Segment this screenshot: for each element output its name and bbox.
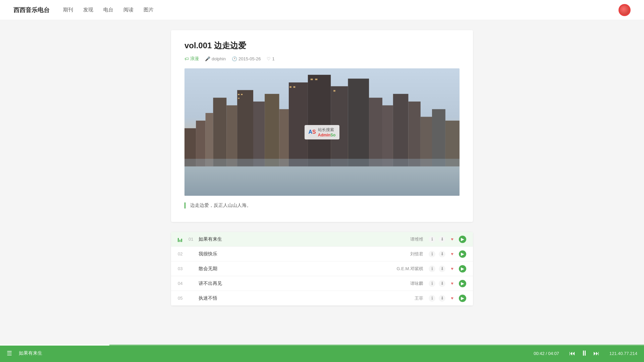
download-icon[interactable]: ⬇ [439, 236, 445, 243]
track-index: 01 [189, 237, 196, 242]
info-icon[interactable]: ℹ [429, 251, 435, 257]
tracklist: 01 如果有来生 谭维维 ℹ ⬇ ♥ ▶ 02 我很快乐 刘惜君 ℹ ⬇ ♥ ▶… [171, 232, 473, 306]
track-actions: ℹ ⬇ ♥ ▶ [429, 265, 466, 273]
play-icon[interactable]: ▶ [459, 236, 466, 243]
nav-links: 期刊 发现 电台 阅读 图片 [63, 7, 154, 13]
track-actions: ℹ ⬇ ♥ ▶ [429, 236, 466, 243]
track-number: 02 [178, 251, 189, 256]
info-icon[interactable]: ℹ [429, 295, 435, 302]
track-number: 03 [178, 266, 189, 271]
track-number: 05 [178, 296, 189, 301]
table-row[interactable]: 01 如果有来生 谭维维 ℹ ⬇ ♥ ▶ [171, 232, 473, 247]
svg-rect-18 [408, 102, 420, 167]
watermark: AS 站长搜索 AdminSo [305, 125, 340, 139]
tag-icon: 🏷 [184, 56, 189, 61]
svg-rect-9 [265, 94, 279, 166]
site-brand[interactable]: 西西音乐电台 [13, 6, 50, 14]
track-artist: 谭咏麟 [410, 281, 423, 287]
svg-rect-23 [241, 94, 243, 95]
track-title: 执迷不悟 [196, 295, 415, 301]
article-tag[interactable]: 🏷 浪漫 [184, 56, 199, 62]
watermark-as: AS [309, 129, 316, 135]
play-icon[interactable]: ▶ [459, 295, 466, 302]
svg-rect-22 [238, 94, 239, 95]
svg-rect-20 [432, 109, 445, 167]
track-title: 如果有来生 [196, 236, 410, 242]
play-icon[interactable]: ▶ [459, 250, 466, 258]
article-likes[interactable]: ♡ 1 [267, 56, 274, 61]
download-icon[interactable]: ⬇ [439, 251, 445, 257]
svg-rect-29 [333, 90, 335, 92]
svg-rect-8 [253, 102, 265, 167]
nav-item-discover[interactable]: 发现 [83, 7, 93, 12]
table-row[interactable]: 02 我很快乐 刘惜君 ℹ ⬇ ♥ ▶ [171, 247, 473, 261]
equalizer-icon [178, 237, 184, 242]
svg-rect-7 [237, 90, 253, 167]
track-number: 04 [178, 281, 189, 286]
like-icon: ♡ [267, 56, 271, 61]
download-icon[interactable]: ⬇ [439, 295, 445, 302]
download-icon[interactable]: ⬇ [439, 280, 445, 287]
svg-rect-5 [213, 98, 226, 167]
watermark-label: 站长搜索 AdminSo [318, 127, 336, 137]
track-actions: ℹ ⬇ ♥ ▶ [429, 295, 466, 302]
nav-item-journal[interactable]: 期刊 [63, 7, 73, 12]
svg-rect-14 [348, 79, 369, 167]
track-artist: G.E.M.邓紫棋 [397, 266, 423, 272]
nav-item-radio[interactable]: 电台 [103, 7, 113, 12]
svg-rect-15 [369, 98, 382, 167]
svg-rect-16 [382, 105, 393, 166]
info-icon[interactable]: ℹ [429, 280, 435, 287]
play-icon[interactable]: ▶ [459, 280, 466, 287]
svg-rect-6 [226, 105, 237, 166]
track-title: 散会无期 [196, 266, 397, 272]
like-icon[interactable]: ♥ [449, 265, 455, 272]
like-icon[interactable]: ♥ [449, 295, 455, 302]
svg-rect-24 [238, 98, 239, 99]
track-artist: 王菲 [415, 295, 423, 301]
svg-rect-26 [293, 86, 296, 88]
table-row[interactable]: 04 讲不出再见 谭咏麟 ℹ ⬇ ♥ ▶ [171, 276, 473, 291]
article-author: 🎤 dolphin [205, 56, 226, 61]
avatar-image [620, 5, 629, 15]
info-icon[interactable]: ℹ [429, 236, 435, 243]
track-artist: 谭维维 [410, 236, 423, 242]
track-title: 讲不出再见 [196, 281, 410, 287]
track-actions: ℹ ⬇ ♥ ▶ [429, 250, 466, 258]
svg-rect-12 [308, 75, 331, 166]
cover-image: AS 站长搜索 AdminSo [184, 68, 460, 196]
track-number [178, 237, 189, 242]
article-title: vol.001 边走边爱 [184, 40, 460, 51]
article-date: 🕐 2015-05-26 [232, 56, 261, 61]
article-container: vol.001 边走边爱 🏷 浪漫 🎤 dolphin 🕐 2015-05-26… [171, 30, 473, 222]
like-icon[interactable]: ♥ [449, 251, 455, 257]
svg-rect-17 [393, 94, 409, 166]
article-quote: 边走边爱，反正人山山人海。 [184, 202, 460, 208]
like-icon[interactable]: ♥ [449, 236, 455, 243]
table-row[interactable]: 03 散会无期 G.E.M.邓紫棋 ℹ ⬇ ♥ ▶ [171, 261, 473, 276]
track-title: 我很快乐 [196, 251, 410, 257]
svg-rect-10 [279, 109, 288, 167]
track-actions: ℹ ⬇ ♥ ▶ [429, 280, 466, 287]
svg-rect-27 [311, 79, 313, 80]
svg-rect-25 [289, 86, 291, 88]
nav-item-photos[interactable]: 图片 [144, 7, 154, 12]
svg-rect-11 [289, 82, 308, 167]
svg-rect-30 [184, 159, 460, 196]
svg-rect-4 [206, 113, 213, 166]
svg-rect-28 [315, 79, 318, 80]
track-artist: 刘惜君 [410, 251, 423, 257]
like-icon[interactable]: ♥ [449, 280, 455, 287]
play-icon[interactable]: ▶ [459, 265, 466, 273]
info-icon[interactable]: ℹ [429, 265, 435, 272]
download-icon[interactable]: ⬇ [439, 265, 445, 272]
table-row[interactable]: 05 执迷不悟 王菲 ℹ ⬇ ♥ ▶ [171, 291, 473, 306]
author-icon: 🎤 [205, 56, 210, 61]
article-meta: 🏷 浪漫 🎤 dolphin 🕐 2015-05-26 ♡ 1 [184, 56, 460, 62]
user-avatar[interactable] [619, 4, 631, 16]
date-icon: 🕐 [232, 56, 237, 61]
navbar: 西西音乐电台 期刊 发现 电台 阅读 图片 [0, 0, 644, 20]
nav-item-reading[interactable]: 阅读 [123, 7, 133, 12]
